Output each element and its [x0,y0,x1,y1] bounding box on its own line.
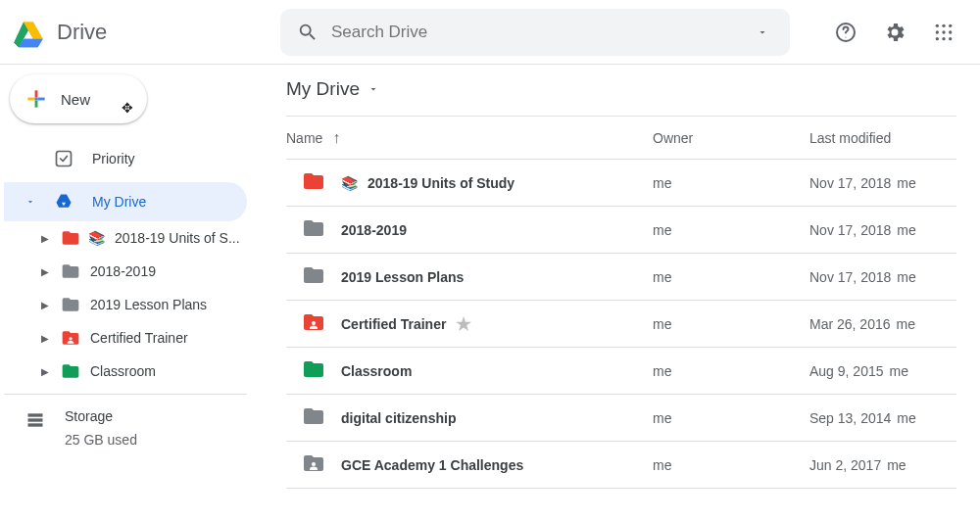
table-row[interactable]: Certified Trainer ★ me Mar 26, 2016me [286,301,956,348]
column-header-owner[interactable]: Owner [653,130,809,146]
svg-point-7 [942,30,945,33]
books-emoji-icon: 📚 [341,175,358,191]
books-emoji-icon: 📚 [88,230,105,246]
search-input[interactable] [327,23,743,42]
svg-point-10 [942,37,945,40]
chevron-right-icon[interactable]: ▶ [41,233,51,244]
svg-point-2 [845,36,846,37]
svg-point-6 [936,30,939,33]
file-owner: me [653,457,809,473]
file-owner: me [653,410,809,426]
folder-icon [61,227,80,249]
table-row[interactable]: 2019 Lesson Plans me Nov 17, 2018me [286,254,956,301]
sidebar-item-priority[interactable]: Priority [4,139,247,178]
table-row[interactable]: Classroom me Aug 9, 2015me [286,348,956,395]
svg-rect-12 [35,98,38,101]
svg-point-11 [949,37,952,40]
chevron-right-icon[interactable]: ▶ [41,333,51,344]
star-icon: ★ [456,313,471,335]
chevron-down-icon[interactable] [25,194,35,210]
gear-icon[interactable] [874,12,915,53]
drive-logo-icon [8,12,49,53]
file-modified-date: Jun 2, 2017 [809,457,881,473]
chevron-right-icon[interactable]: ▶ [41,300,51,310]
folder-icon [61,360,80,382]
svg-point-9 [936,37,939,40]
cursor-icon: ✥ [122,100,133,116]
help-icon[interactable] [825,12,866,53]
table-row[interactable]: 📚 2018-19 Units of Study me Nov 17, 2018… [286,160,956,207]
tree-item-label: Certified Trainer [90,330,188,346]
divider [4,394,247,395]
breadcrumb[interactable]: My Drive [286,78,956,116]
storage-label: Storage [65,408,137,424]
plus-icon [24,86,49,112]
svg-point-4 [942,24,945,26]
file-name: Certified Trainer [341,316,446,332]
table-row[interactable]: GCE Academy 1 Challenges me Jun 2, 2017m… [286,442,956,489]
sidebar-item-label: Priority [92,151,135,166]
file-modified-date: Nov 17, 2018 [809,222,891,238]
column-header-modified[interactable]: Last modified [809,130,956,146]
folder-icon [302,404,325,431]
file-modified-date: Mar 26, 2016 [809,316,891,332]
storage-icon [25,408,47,434]
file-name: 2018-2019 [341,222,407,238]
folder-icon [302,310,325,337]
tree-item-label: 2019 Lesson Plans [90,297,207,312]
new-button-label: New [61,91,90,108]
file-modified-by: me [897,316,915,332]
tree-item[interactable]: ▶ 📚 2018-19 Units of S... [24,221,247,255]
sidebar: New ✥ Priority My Drive ▶ [0,65,255,521]
sort-arrow-up-icon: ↑ [332,129,340,147]
chevron-right-icon[interactable]: ▶ [41,266,51,277]
table-row[interactable]: 2018-2019 me Nov 17, 2018me [286,207,956,254]
file-modified-by: me [897,222,915,238]
file-name: Classroom [341,363,412,379]
table-row[interactable]: digital citizenship me Sep 13, 2014me [286,395,956,442]
file-modified-date: Nov 17, 2018 [809,175,891,191]
file-modified-date: Sep 13, 2014 [809,410,891,426]
search-icon[interactable] [288,13,327,52]
breadcrumb-label: My Drive [286,78,360,100]
chevron-right-icon[interactable]: ▶ [41,366,51,377]
file-owner: me [653,175,809,191]
svg-rect-16 [28,423,43,426]
folder-icon [302,357,325,384]
tree-item[interactable]: ▶ 2018-2019 [24,255,247,288]
new-button[interactable]: New ✥ [10,74,147,123]
folder-icon [61,260,80,282]
file-name: GCE Academy 1 Challenges [341,457,523,473]
sidebar-item-label: My Drive [92,194,146,210]
svg-rect-14 [28,413,43,416]
file-name: digital citizenship [341,410,456,426]
chevron-down-icon[interactable] [368,78,379,100]
file-name: 2018-19 Units of Study [368,175,514,191]
file-modified-date: Aug 9, 2015 [809,363,884,379]
search-bar[interactable] [280,9,790,56]
logo-area[interactable]: Drive [8,12,280,53]
tree-item[interactable]: ▶ 2019 Lesson Plans [24,288,247,321]
sidebar-item-storage[interactable]: Storage 25 GB used [4,403,247,448]
folder-icon [61,327,80,349]
priority-icon [53,149,74,168]
tree-item-label: 2018-2019 [90,263,156,279]
file-modified-by: me [897,410,915,426]
folder-tree: ▶ 📚 2018-19 Units of S... ▶ 2018-2019 ▶ … [4,221,247,388]
svg-point-3 [936,24,939,26]
tree-item-label: 2018-19 Units of S... [115,230,240,246]
tree-item[interactable]: ▶ Classroom [24,355,247,388]
search-options-dropdown-icon[interactable] [743,13,782,52]
file-name: 2019 Lesson Plans [341,269,464,285]
folder-icon [302,216,325,243]
svg-rect-13 [57,152,72,166]
file-modified-by: me [897,269,915,285]
file-table: Name ↑ Owner Last modified 📚 2018-19 Uni… [286,116,956,489]
header-actions [825,12,964,53]
column-header-name[interactable]: Name ↑ [286,129,653,147]
apps-grid-icon[interactable] [923,12,964,53]
my-drive-icon [53,192,74,212]
file-owner: me [653,269,809,285]
tree-item[interactable]: ▶ Certified Trainer [24,321,247,355]
sidebar-item-my-drive[interactable]: My Drive [4,182,247,221]
